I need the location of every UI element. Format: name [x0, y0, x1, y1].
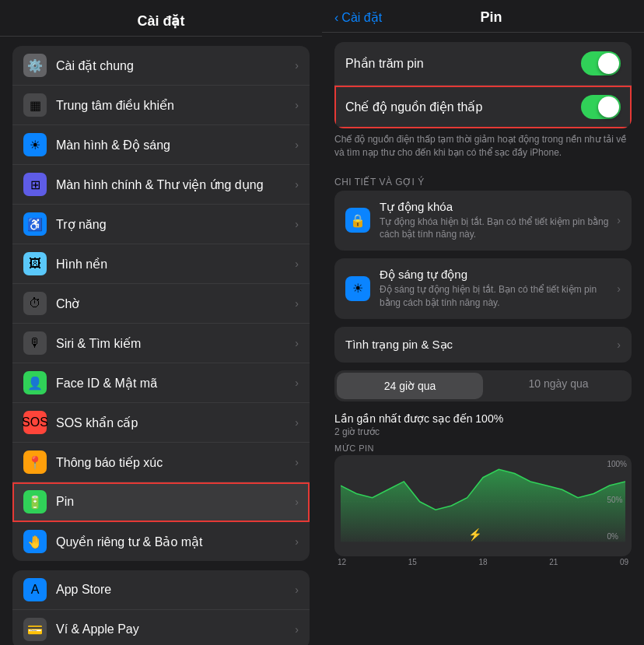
chevron-man-hinh-do-sang: ›: [295, 138, 299, 151]
card-desc-tu-dong-khoa: Tự động khóa hiện bị tắt. Bạn có thể tiế…: [380, 216, 617, 242]
icon-sos: SOS: [23, 411, 47, 434]
chart-x-labels: 1215182109: [334, 556, 632, 566]
settings-item-cai-dat-chung[interactable]: ⚙️Cài đặt chung›: [12, 46, 310, 86]
settings-item-thong-bao[interactable]: 📍Thông báo tiếp xúc›: [12, 443, 310, 482]
chart-section: MỨC PIN ⚡ 100%50%0% 1215182109: [334, 443, 632, 566]
label-pin: Pin: [56, 495, 295, 509]
time-tab-24-giờ-qua[interactable]: 24 giờ qua: [337, 373, 483, 399]
card-icon-do-sang-tu-dong: ☀: [345, 276, 370, 301]
icon-man-hinh-chinh: ⊞: [23, 173, 47, 196]
card-row-tu-dong-khoa: 🔒 Tự động khóa Tự động khóa hiện bị tắt.…: [334, 191, 632, 251]
settings-item-man-hinh-do-sang[interactable]: ☀Màn hình & Độ sáng›: [12, 125, 310, 165]
toggle-row-che-do-nguon: Chế độ nguồn điện thấp: [334, 86, 632, 128]
chevron-left-icon: ‹: [334, 11, 338, 25]
card-title-tu-dong-khoa: Tự động khóa: [380, 200, 617, 214]
card-desc-do-sang-tu-dong: Độ sáng tự động hiện bị tắt. Bạn có thể …: [380, 283, 617, 310]
label-tro-nang: Trợ năng: [56, 217, 295, 232]
card-content-tu-dong-khoa: Tự động khóa Tự động khóa hiện bị tắt. B…: [380, 200, 617, 242]
label-thong-bao: Thông báo tiếp xúc: [56, 455, 295, 470]
card-do-sang-tu-dong[interactable]: ☀ Độ sáng tự động Độ sáng tự động hiện b…: [334, 258, 632, 319]
chevron-tro-nang: ›: [295, 218, 299, 230]
chevron-pin: ›: [295, 496, 299, 508]
chevron-vi-apple-pay: ›: [295, 623, 299, 636]
settings-item-app-store[interactable]: AApp Store›: [12, 570, 310, 610]
chart-container: ⚡ 100%50%0%: [334, 455, 632, 556]
right-header: ‹ Cài đặt Pin: [322, 0, 644, 33]
card-content-do-sang-tu-dong: Độ sáng tự động Độ sáng tự động hiện bị …: [380, 268, 617, 310]
left-panel: Cài đặt ⚙️Cài đặt chung›▦Trung tâm điều …: [0, 0, 322, 645]
icon-siri: 🎙: [23, 331, 47, 355]
charge-subtitle: 2 giờ trước: [334, 426, 632, 437]
settings-item-trung-tam-dieu-khien[interactable]: ▦Trung tâm điều khiển›: [12, 86, 310, 125]
icon-vi-apple-pay: 💳: [23, 618, 47, 641]
toggle-section: Phần trăm pinChế độ nguồn điện thấp: [334, 42, 632, 128]
settings-item-siri[interactable]: 🎙Siri & Tìm kiếm›: [12, 324, 310, 363]
label-sos: SOS khẩn cấp: [56, 415, 295, 430]
cards-container: 🔒 Tự động khóa Tự động khóa hiện bị tắt.…: [322, 191, 644, 319]
icon-app-store: A: [23, 578, 47, 601]
icon-cho: ⏱: [23, 292, 47, 315]
label-vi-apple-pay: Ví & Apple Pay: [56, 622, 295, 636]
icon-man-hinh-do-sang: ☀: [23, 133, 47, 156]
chart-x-label: 12: [338, 558, 346, 566]
charge-title: Lần gần nhất được sạc đến 100%: [334, 412, 632, 425]
chevron-hinh-nen: ›: [295, 258, 299, 270]
card-row-do-sang-tu-dong: ☀ Độ sáng tự động Độ sáng tự động hiện b…: [334, 258, 632, 319]
settings-item-man-hinh-chinh[interactable]: ⊞Màn hình chính & Thư viện ứng dụng›: [12, 165, 310, 205]
label-man-hinh-chinh: Màn hình chính & Thư viện ứng dụng: [56, 177, 295, 192]
chart-y-label: 50%: [607, 496, 627, 504]
toggle-label-che-do-nguon: Chế độ nguồn điện thấp: [345, 100, 581, 114]
settings-item-face-id[interactable]: 👤Face ID & Mật mã›: [12, 363, 310, 403]
back-button[interactable]: ‹ Cài đặt: [334, 10, 382, 25]
chevron-sos: ›: [295, 416, 299, 429]
chevron-thong-bao: ›: [295, 456, 299, 468]
label-app-store: App Store: [56, 583, 295, 597]
settings-list: ⚙️Cài đặt chung›▦Trung tâm điều khiển›☀M…: [0, 37, 322, 645]
icon-trung-tam-dieu-khien: ▦: [23, 93, 47, 117]
settings-item-hinh-nen[interactable]: 🖼Hình nền›: [12, 244, 310, 284]
toggle-label-phan-tram-pin: Phần trăm pin: [345, 56, 581, 71]
chart-y-label: 100%: [607, 460, 627, 468]
settings-item-cho[interactable]: ⏱Chờ›: [12, 284, 310, 324]
svg-text:⚡: ⚡: [468, 528, 482, 542]
tinh-trang-pin-label: Tình trạng pin & Sạc: [345, 338, 617, 352]
icon-pin: 🔋: [23, 490, 47, 514]
card-chevron-tu-dong-khoa: ›: [617, 214, 621, 226]
label-quyen-rieng-tu: Quyền riêng tư & Bảo mật: [56, 535, 295, 549]
settings-item-vi-apple-pay[interactable]: 💳Ví & Apple Pay›: [12, 610, 310, 645]
chevron-cho: ›: [295, 297, 299, 310]
toggle-thumb-phan-tram-pin: [598, 53, 619, 74]
icon-tro-nang: ♿: [23, 212, 47, 236]
card-icon-tu-dong-khoa: 🔒: [345, 208, 370, 233]
card-title-do-sang-tu-dong: Độ sáng tự động: [380, 268, 617, 282]
tinh-trang-chevron: ›: [617, 338, 621, 351]
section-header: CHI TIẾT VÀ GỢI Ý: [322, 167, 644, 191]
chevron-man-hinh-chinh: ›: [295, 178, 299, 191]
tinh-trang-pin-row[interactable]: Tình trạng pin & Sạc ›: [334, 327, 632, 363]
settings-group-0: ⚙️Cài đặt chung›▦Trung tâm điều khiển›☀M…: [12, 46, 310, 561]
settings-item-pin[interactable]: 🔋Pin›: [12, 482, 310, 522]
icon-quyen-rieng-tu: 🤚: [23, 530, 47, 553]
settings-item-tro-nang[interactable]: ♿Trợ năng›: [12, 205, 310, 244]
label-siri: Siri & Tìm kiếm: [56, 336, 295, 351]
card-tu-dong-khoa[interactable]: 🔒 Tự động khóa Tự động khóa hiện bị tắt.…: [334, 191, 632, 251]
chart-y-label: 0%: [607, 532, 627, 541]
settings-item-quyen-rieng-tu[interactable]: 🤚Quyền riêng tư & Bảo mật›: [12, 522, 310, 561]
left-header: Cài đặt: [0, 0, 322, 37]
toggle-phan-tram-pin[interactable]: [581, 51, 621, 75]
settings-item-sos[interactable]: SOSSOS khẩn cấp›: [12, 403, 310, 443]
right-panel: ‹ Cài đặt Pin Phần trăm pinChế độ nguồn …: [322, 0, 644, 645]
chevron-cai-dat-chung: ›: [295, 59, 299, 72]
toggle-che-do-nguon[interactable]: [581, 95, 621, 119]
label-trung-tam-dieu-khien: Trung tâm điều khiển: [56, 98, 295, 113]
chart-x-label: 21: [549, 558, 558, 566]
low-power-desc: Chế độ nguồn điện thấp tạm thời giảm hoạ…: [322, 128, 644, 167]
time-tab-10-ngày-qua[interactable]: 10 ngày qua: [485, 370, 632, 401]
label-face-id: Face ID & Mật mã: [56, 376, 295, 391]
time-selector: 24 giờ qua10 ngày qua: [334, 370, 632, 401]
back-label: Cài đặt: [341, 10, 382, 25]
card-chevron-do-sang-tu-dong: ›: [617, 282, 621, 295]
label-hinh-nen: Hình nền: [56, 257, 295, 272]
chevron-trung-tam-dieu-khien: ›: [295, 99, 299, 111]
chart-x-label: 15: [408, 558, 417, 566]
